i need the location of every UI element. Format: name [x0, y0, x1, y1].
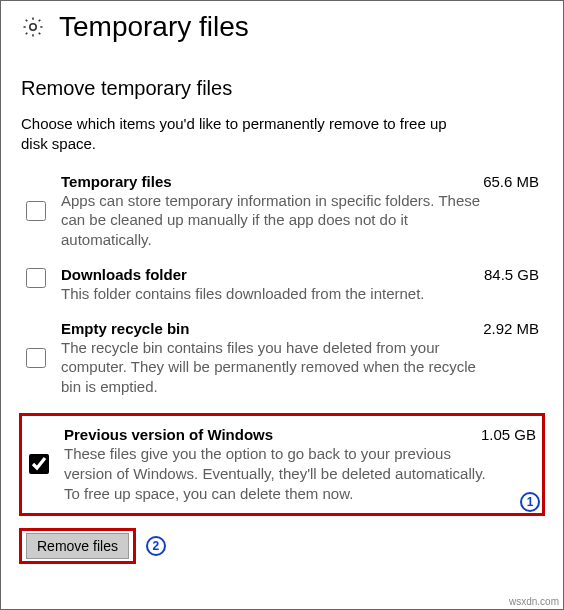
page-header: Temporary files — [1, 1, 563, 47]
item-title: Empty recycle bin — [61, 320, 189, 337]
checkbox-downloads-folder[interactable] — [26, 268, 46, 288]
watermark: wsxdn.com — [509, 596, 559, 607]
gear-icon — [21, 15, 45, 39]
item-body: Temporary files 65.6 MB Apps can store t… — [61, 173, 539, 250]
item-body: Downloads folder 84.5 GB This folder con… — [61, 266, 539, 304]
item-description: This folder contains files downloaded fr… — [61, 284, 491, 304]
page-title: Temporary files — [59, 11, 249, 43]
item-size: 65.6 MB — [475, 173, 539, 190]
item-description: The recycle bin contains files you have … — [61, 338, 491, 397]
checkbox-wrap[interactable] — [25, 320, 47, 368]
section-description: Choose which items you'd like to permane… — [21, 114, 451, 155]
remove-files-highlight: Remove files — [19, 528, 136, 564]
item-description: These files give you the option to go ba… — [64, 444, 494, 503]
annotation-callout-1: 1 — [520, 492, 540, 512]
annotation-callout-2: 2 — [146, 536, 166, 556]
svg-point-0 — [30, 24, 36, 30]
item-head: Temporary files 65.6 MB — [61, 173, 539, 190]
checkbox-wrap[interactable] — [25, 173, 47, 221]
checkbox-wrap[interactable] — [28, 426, 50, 474]
item-title: Downloads folder — [61, 266, 187, 283]
checkbox-temporary-files[interactable] — [26, 201, 46, 221]
checkbox-wrap[interactable] — [25, 266, 47, 288]
remove-files-button[interactable]: Remove files — [26, 533, 129, 559]
items-list: Temporary files 65.6 MB Apps can store t… — [19, 173, 545, 517]
item-empty-recycle-bin: Empty recycle bin 2.92 MB The recycle bi… — [19, 320, 545, 413]
item-temporary-files: Temporary files 65.6 MB Apps can store t… — [19, 173, 545, 266]
item-title: Previous version of Windows — [64, 426, 273, 443]
item-previous-windows: Previous version of Windows 1.05 GB Thes… — [19, 413, 545, 516]
section-heading: Remove temporary files — [21, 77, 543, 100]
item-downloads-folder: Downloads folder 84.5 GB This folder con… — [19, 266, 545, 320]
item-size: 84.5 GB — [476, 266, 539, 283]
item-description: Apps can store temporary information in … — [61, 191, 491, 250]
item-body: Empty recycle bin 2.92 MB The recycle bi… — [61, 320, 539, 397]
checkbox-previous-windows[interactable] — [29, 454, 49, 474]
item-head: Previous version of Windows 1.05 GB — [64, 426, 536, 443]
action-row: Remove files 2 — [19, 528, 545, 564]
item-head: Downloads folder 84.5 GB — [61, 266, 539, 283]
checkbox-empty-recycle-bin[interactable] — [26, 348, 46, 368]
item-body: Previous version of Windows 1.05 GB Thes… — [64, 426, 536, 503]
item-size: 1.05 GB — [473, 426, 536, 443]
item-title: Temporary files — [61, 173, 172, 190]
item-size: 2.92 MB — [475, 320, 539, 337]
item-head: Empty recycle bin 2.92 MB — [61, 320, 539, 337]
